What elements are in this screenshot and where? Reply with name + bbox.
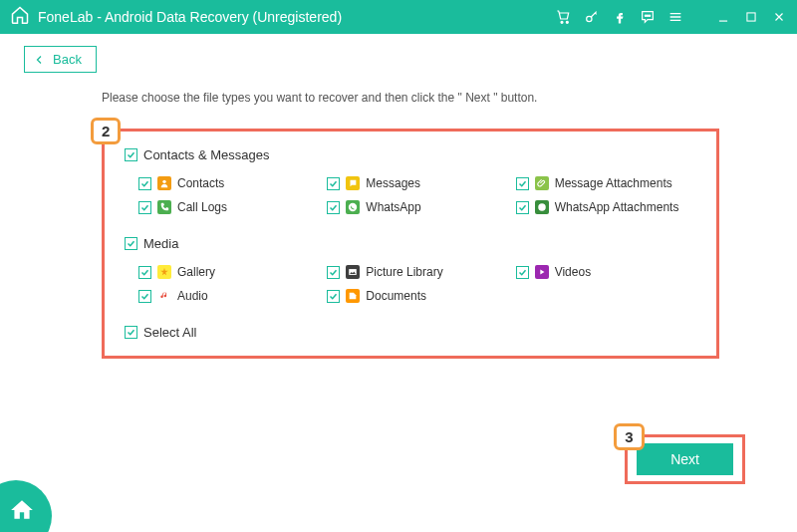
file-type-label: Call Logs (177, 200, 227, 214)
picture-icon (346, 265, 360, 279)
section-media[interactable]: Media (125, 236, 696, 251)
svg-point-0 (561, 21, 563, 23)
maximize-icon[interactable] (743, 9, 759, 25)
file-type-label: Messages (366, 176, 420, 190)
file-type-label: WhatsApp (366, 200, 420, 214)
checkbox-icon (516, 201, 529, 214)
file-type-item[interactable]: WhatsApp (327, 200, 507, 214)
person-icon (157, 176, 171, 190)
file-type-item[interactable]: Documents (327, 289, 507, 303)
file-type-item[interactable]: Picture Library (327, 265, 507, 279)
titlebar: FoneLab - Android Data Recovery (Unregis… (0, 0, 797, 34)
whatsapp-icon (346, 200, 360, 214)
file-type-item[interactable]: Contacts (138, 176, 319, 190)
next-area: 3 Next (625, 434, 745, 484)
video-icon (535, 265, 549, 279)
checkbox-icon (327, 201, 340, 214)
checkbox-icon (516, 266, 529, 279)
window-title: FoneLab - Android Data Recovery (Unregis… (38, 9, 342, 25)
select-all-label: Select All (143, 325, 196, 340)
file-type-item[interactable]: Audio (138, 289, 319, 303)
file-type-item[interactable]: Gallery (138, 265, 319, 279)
checkbox-icon (138, 266, 151, 279)
checkbox-icon (138, 290, 151, 303)
select-all[interactable]: Select All (125, 325, 696, 340)
minimize-icon[interactable] (715, 9, 731, 25)
checkbox-icon (516, 177, 529, 190)
star-icon (157, 265, 171, 279)
chat-icon (346, 176, 360, 190)
instruction-text: Please choose the file types you want to… (102, 91, 773, 105)
cart-icon[interactable] (556, 9, 572, 25)
file-type-item[interactable]: Messages (327, 176, 507, 190)
section-title: Contacts & Messages (143, 147, 269, 162)
feedback-icon[interactable] (640, 9, 656, 25)
home-button[interactable] (0, 480, 52, 532)
step-badge-3: 3 (614, 423, 644, 450)
close-icon[interactable] (771, 9, 787, 25)
checkbox-icon (327, 290, 340, 303)
step-badge-2: 2 (91, 118, 121, 144)
file-type-label: Contacts (177, 176, 224, 190)
svg-point-7 (162, 180, 165, 183)
svg-point-2 (587, 16, 592, 21)
svg-point-4 (647, 15, 648, 16)
phone-icon (157, 200, 171, 214)
file-type-label: Documents (366, 289, 426, 303)
checkbox-icon (125, 148, 137, 161)
checkbox-icon (125, 326, 137, 339)
audio-icon (157, 289, 171, 303)
file-types-panel: 2 Contacts & Messages Contacts Messages … (102, 129, 719, 359)
facebook-icon[interactable] (612, 9, 628, 25)
next-label: Next (670, 451, 699, 467)
file-type-label: Videos (555, 265, 591, 279)
checkbox-icon (138, 177, 151, 190)
doc-icon (346, 289, 360, 303)
key-icon[interactable] (584, 9, 600, 25)
svg-point-3 (645, 15, 646, 16)
file-type-label: Message Attachments (555, 176, 672, 190)
home-icon (9, 497, 35, 523)
whatsapp-attach-icon (535, 200, 549, 214)
menu-icon[interactable] (667, 9, 683, 25)
next-button[interactable]: Next (637, 443, 733, 475)
home-outline-icon (10, 5, 30, 29)
checkbox-icon (125, 237, 137, 250)
file-type-label: Audio (177, 289, 208, 303)
checkbox-icon (138, 201, 151, 214)
back-label: Back (53, 52, 82, 67)
svg-point-8 (349, 203, 357, 211)
section-title: Media (143, 236, 178, 251)
file-type-item[interactable]: Call Logs (138, 200, 319, 214)
checkbox-icon (327, 266, 340, 279)
file-type-label: WhatsApp Attachments (555, 200, 679, 214)
checkbox-icon (327, 177, 340, 190)
svg-point-5 (649, 15, 650, 16)
svg-point-9 (538, 203, 546, 211)
file-type-item[interactable]: Videos (516, 265, 696, 279)
file-type-item[interactable]: Message Attachments (516, 176, 696, 190)
arrow-left-icon (33, 54, 47, 66)
file-type-item[interactable]: WhatsApp Attachments (516, 200, 696, 214)
attach-icon (535, 176, 549, 190)
back-button[interactable]: Back (24, 46, 97, 73)
file-type-label: Gallery (177, 265, 215, 279)
section-contacts-messages[interactable]: Contacts & Messages (125, 147, 696, 162)
svg-rect-6 (747, 13, 755, 21)
file-type-label: Picture Library (366, 265, 442, 279)
svg-point-1 (566, 21, 568, 23)
